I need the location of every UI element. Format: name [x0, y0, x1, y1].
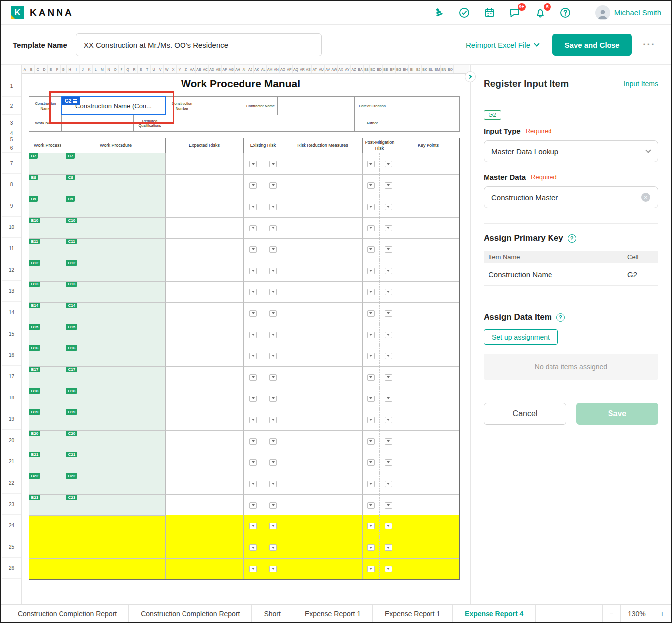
row-header-23[interactable]: 23: [2, 494, 21, 515]
dropdown-caret[interactable]: [367, 310, 375, 317]
more-options-button[interactable]: ···: [643, 38, 655, 51]
work-process-cell[interactable]: B12: [29, 260, 66, 281]
dropdown-caret[interactable]: [269, 374, 277, 381]
key-points-cell[interactable]: [397, 345, 459, 366]
expected-risks-cell[interactable]: [166, 345, 244, 366]
column-header-Y[interactable]: Y: [177, 65, 183, 73]
dropdown-caret[interactable]: [249, 225, 257, 231]
work-process-cell[interactable]: B19: [29, 409, 66, 430]
sheet-tab-6[interactable]: Expense Report 4: [453, 605, 536, 622]
dropdown-caret[interactable]: [249, 481, 257, 487]
dropdown-caret[interactable]: [249, 310, 257, 317]
column-header-E[interactable]: E: [48, 65, 54, 73]
risk-reduction-cell[interactable]: [283, 153, 363, 174]
dropdown-caret[interactable]: [249, 396, 257, 402]
dropdown-caret[interactable]: [269, 417, 277, 423]
expected-risks-cell[interactable]: [166, 388, 244, 409]
work-procedure-cell[interactable]: C10: [66, 217, 166, 238]
dropdown-caret[interactable]: [367, 182, 375, 189]
save-button[interactable]: Save: [576, 403, 658, 425]
column-header-O[interactable]: O: [112, 65, 119, 73]
key-points-cell[interactable]: [397, 366, 459, 388]
author-label-cell[interactable]: Author: [354, 115, 390, 132]
dropdown-caret[interactable]: [269, 225, 277, 231]
post-mitigation-risk-cell[interactable]: [363, 345, 397, 366]
sheet-tab-1[interactable]: Construction Completion Report: [6, 605, 129, 622]
row-header-2[interactable]: 2: [2, 97, 21, 115]
existing-risk-cell[interactable]: [244, 238, 283, 260]
expected-risks-cell[interactable]: [166, 494, 244, 515]
risk-reduction-cell[interactable]: [283, 430, 363, 452]
dropdown-caret[interactable]: [249, 246, 257, 253]
risk-reduction-cell[interactable]: [283, 345, 363, 366]
dropdown-caret[interactable]: [269, 566, 277, 572]
column-header-I[interactable]: I: [73, 65, 80, 73]
row-header-1[interactable]: 1: [2, 76, 21, 97]
key-points-cell[interactable]: [397, 153, 459, 174]
post-mitigation-risk-cell[interactable]: [363, 430, 397, 452]
column-header-BJ[interactable]: BJ: [415, 65, 422, 73]
column-header-D[interactable]: D: [41, 65, 48, 73]
work-procedure-cell[interactable]: C15: [66, 324, 166, 345]
help-icon[interactable]: ?: [568, 234, 576, 243]
column-header-BH[interactable]: BH: [402, 65, 409, 73]
key-points-cell[interactable]: [397, 452, 459, 473]
post-mitigation-risk-cell[interactable]: [363, 281, 397, 302]
dropdown-caret[interactable]: [367, 502, 375, 509]
column-header-H[interactable]: H: [67, 65, 73, 73]
calendar-icon[interactable]: [483, 6, 496, 19]
existing-risk-cell[interactable]: [244, 473, 283, 494]
construction-name-label-cell[interactable]: Construction Name: [29, 96, 62, 115]
existing-risk-cell[interactable]: [244, 515, 283, 537]
column-header-AM[interactable]: AM: [267, 65, 273, 73]
dropdown-caret[interactable]: [385, 523, 392, 529]
column-header-S[interactable]: S: [138, 65, 144, 73]
sheet-tab-3[interactable]: Short: [252, 605, 293, 622]
column-header-T[interactable]: T: [144, 65, 151, 73]
date-of-creation-value-cell[interactable]: [390, 96, 460, 115]
post-mitigation-risk-cell[interactable]: [363, 452, 397, 473]
expected-risks-cell[interactable]: [166, 324, 244, 345]
dropdown-caret[interactable]: [367, 544, 375, 551]
post-mitigation-risk-cell[interactable]: [363, 366, 397, 388]
dropdown-caret[interactable]: [269, 544, 277, 551]
author-value-cell[interactable]: [390, 115, 460, 132]
work-procedure-cell[interactable]: C17: [66, 366, 166, 388]
key-points-cell[interactable]: [397, 217, 459, 238]
dropdown-caret[interactable]: [269, 289, 277, 295]
dropdown-caret[interactable]: [385, 396, 392, 402]
column-header-AE[interactable]: AE: [215, 65, 222, 73]
column-header-G[interactable]: G: [61, 65, 67, 73]
column-header-BI[interactable]: BI: [409, 65, 415, 73]
required-qualifications-value-cell[interactable]: [166, 115, 355, 132]
column-header-AO[interactable]: AO: [280, 65, 286, 73]
post-mitigation-risk-cell[interactable]: [363, 558, 397, 579]
post-mitigation-risk-cell[interactable]: [363, 174, 397, 196]
dropdown-caret[interactable]: [269, 481, 277, 487]
dropdown-caret[interactable]: [385, 502, 392, 509]
dropdown-caret[interactable]: [385, 332, 392, 338]
dropdown-caret[interactable]: [385, 353, 392, 359]
dropdown-caret[interactable]: [367, 481, 375, 487]
key-points-cell[interactable]: [397, 260, 459, 281]
dropdown-caret[interactable]: [249, 289, 257, 295]
risk-reduction-cell[interactable]: [283, 217, 363, 238]
dropdown-caret[interactable]: [269, 268, 277, 274]
dropdown-caret[interactable]: [249, 566, 257, 572]
row-header-10[interactable]: 10: [2, 217, 21, 238]
clear-icon[interactable]: ✕: [641, 193, 650, 202]
set-up-assignment-button[interactable]: Set up assignment: [484, 329, 558, 345]
dropdown-caret[interactable]: [269, 396, 277, 402]
risk-reduction-cell[interactable]: [283, 515, 363, 537]
column-header-F[interactable]: F: [54, 65, 61, 73]
work-procedure-cell[interactable]: C16: [66, 345, 166, 366]
row-header-21[interactable]: 21: [2, 451, 21, 472]
row-header-26[interactable]: 26: [2, 558, 21, 579]
dropdown-caret[interactable]: [269, 502, 277, 509]
dropdown-caret[interactable]: [385, 225, 392, 231]
dropdown-caret[interactable]: [367, 289, 375, 295]
column-header-BB[interactable]: BB: [364, 65, 370, 73]
column-header-BK[interactable]: BK: [422, 65, 428, 73]
column-header-AY[interactable]: AY: [344, 65, 351, 73]
work-procedure-cell[interactable]: C19: [66, 409, 166, 430]
